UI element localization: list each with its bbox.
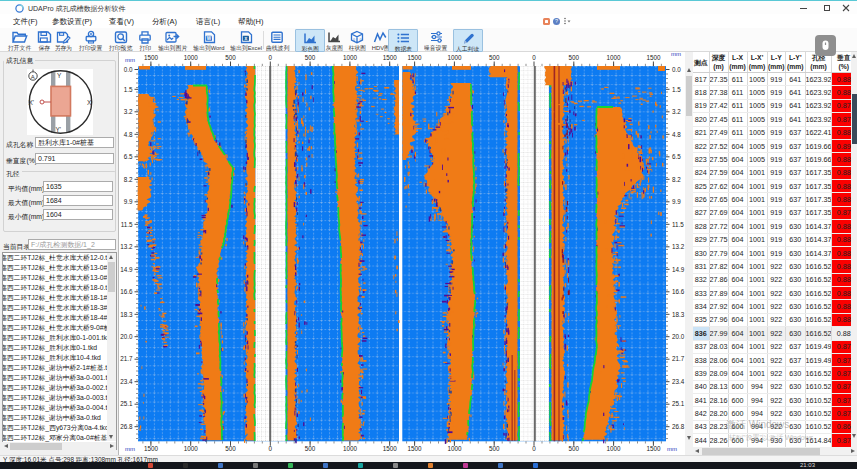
svg-text:26.8: 26.8 (672, 423, 685, 430)
svg-text:mm: mm (667, 446, 677, 452)
svg-text:0.0: 0.0 (124, 66, 133, 73)
svg-text:11.5: 11.5 (672, 221, 684, 228)
svg-text:8.2: 8.2 (672, 176, 681, 183)
svg-text:500: 500 (489, 54, 500, 61)
svg-text:1500: 1500 (408, 445, 423, 452)
svg-text:0: 0 (359, 37, 361, 41)
svg-text:1500: 1500 (646, 445, 661, 452)
svg-text:500: 500 (569, 445, 580, 452)
svg-text:1500: 1500 (646, 54, 661, 61)
svg-text:6.5: 6.5 (672, 153, 681, 160)
svg-text:1.5: 1.5 (124, 86, 133, 93)
svg-text:3.2: 3.2 (672, 108, 681, 115)
svg-text:W: W (206, 36, 211, 41)
svg-text:16.6: 16.6 (672, 288, 685, 295)
svg-text:26.8: 26.8 (120, 423, 133, 430)
svg-text:20.0: 20.0 (120, 333, 133, 340)
svg-text:0: 0 (532, 54, 536, 61)
svg-text:13.2: 13.2 (672, 243, 685, 250)
svg-text:1.5: 1.5 (672, 86, 681, 93)
svg-text:18.3: 18.3 (672, 311, 685, 318)
svg-text:11.5: 11.5 (121, 221, 133, 228)
svg-text:1500: 1500 (144, 54, 159, 61)
svg-text:1500: 1500 (383, 445, 398, 452)
svg-text:21.7: 21.7 (672, 355, 685, 362)
svg-text:1500: 1500 (144, 445, 159, 452)
svg-text:0: 0 (269, 445, 273, 452)
svg-text:25.1: 25.1 (120, 400, 133, 407)
svg-text:9.9: 9.9 (672, 198, 681, 205)
svg-text:500: 500 (569, 54, 580, 61)
svg-text:23.4: 23.4 (672, 378, 685, 385)
svg-text:21.7: 21.7 (120, 355, 133, 362)
svg-text:0: 0 (532, 445, 536, 452)
svg-text:Y': Y' (56, 126, 62, 133)
svg-text:13.2: 13.2 (120, 243, 133, 250)
svg-text:25.1: 25.1 (672, 400, 685, 407)
svg-text:mm: mm (671, 52, 681, 57)
svg-text:Y: Y (57, 72, 62, 79)
svg-text:500: 500 (305, 445, 316, 452)
svg-text:6.5: 6.5 (124, 153, 133, 160)
svg-text:x: x (245, 36, 248, 41)
svg-text:0.0: 0.0 (672, 66, 681, 73)
svg-text:mm: mm (125, 446, 135, 452)
svg-text:14.9: 14.9 (672, 266, 685, 273)
svg-text:1000: 1000 (343, 54, 358, 61)
svg-text:1500: 1500 (383, 54, 398, 61)
svg-text:20.0: 20.0 (672, 333, 685, 340)
svg-text:500: 500 (489, 445, 500, 452)
svg-text:14.9: 14.9 (120, 266, 133, 273)
svg-text:23.4: 23.4 (120, 378, 133, 385)
svg-text:A: A (31, 74, 35, 80)
svg-text:X': X' (29, 99, 35, 106)
svg-text:1000: 1000 (184, 54, 199, 61)
svg-text:4.8: 4.8 (672, 131, 681, 138)
svg-text:1000: 1000 (447, 54, 462, 61)
svg-text:X: X (87, 99, 92, 106)
svg-text:8.2: 8.2 (124, 176, 133, 183)
svg-text:1000: 1000 (607, 445, 622, 452)
svg-text:16.6: 16.6 (120, 288, 133, 295)
svg-text:3.2: 3.2 (124, 108, 133, 115)
svg-text:9.9: 9.9 (124, 198, 133, 205)
svg-text:1500: 1500 (408, 54, 423, 61)
svg-text:500: 500 (225, 445, 236, 452)
svg-text:4.8: 4.8 (124, 131, 133, 138)
svg-text:0: 0 (269, 54, 273, 61)
svg-text:1000: 1000 (447, 445, 462, 452)
svg-text:1000: 1000 (607, 54, 622, 61)
svg-text:1000: 1000 (343, 445, 358, 452)
svg-text:0: 0 (353, 37, 355, 41)
svg-text:18.3: 18.3 (120, 311, 133, 318)
svg-text:500: 500 (225, 54, 236, 61)
svg-text:mm: mm (125, 57, 135, 63)
svg-text:500: 500 (305, 54, 316, 61)
svg-text:1000: 1000 (184, 445, 199, 452)
